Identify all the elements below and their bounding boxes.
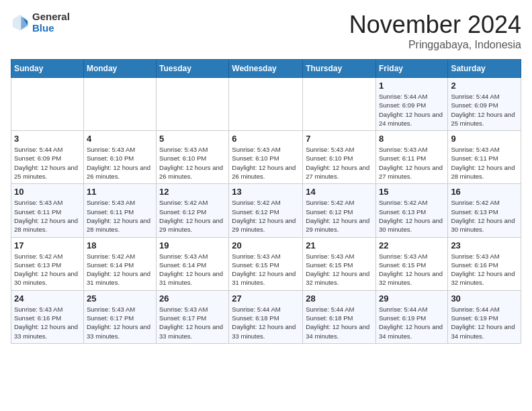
day-number: 24: [14, 293, 81, 304]
day-number: 25: [87, 293, 153, 304]
calendar-cell: 2Sunrise: 5:44 AM Sunset: 6:09 PM Daylig…: [448, 78, 521, 131]
day-number: 18: [87, 240, 153, 250]
day-header-monday: Monday: [83, 60, 156, 78]
day-number: 21: [306, 240, 373, 250]
day-number: 9: [451, 134, 518, 144]
calendar-cell: 16Sunrise: 5:42 AM Sunset: 6:13 PM Dayli…: [448, 184, 521, 237]
calendar-cell: 7Sunrise: 5:43 AM Sunset: 6:10 PM Daylig…: [303, 131, 376, 184]
logo-blue: Blue: [32, 22, 70, 34]
day-detail: Sunrise: 5:44 AM Sunset: 6:09 PM Dayligh…: [379, 92, 445, 128]
logo-text: General Blue: [32, 11, 70, 34]
day-number: 7: [306, 134, 373, 144]
day-number: 12: [159, 187, 226, 197]
location: Pringgabaya, Indonesia: [349, 39, 521, 51]
calendar-cell: 23Sunrise: 5:43 AM Sunset: 6:16 PM Dayli…: [448, 237, 521, 290]
calendar-cell: [157, 78, 229, 131]
day-number: 23: [451, 240, 518, 250]
day-number: 28: [306, 293, 373, 304]
calendar-cell: 1Sunrise: 5:44 AM Sunset: 6:09 PM Daylig…: [375, 78, 447, 131]
calendar-cell: 11Sunrise: 5:43 AM Sunset: 6:11 PM Dayli…: [83, 184, 156, 237]
calendar-cell: 9Sunrise: 5:43 AM Sunset: 6:11 PM Daylig…: [448, 131, 521, 184]
day-detail: Sunrise: 5:42 AM Sunset: 6:13 PM Dayligh…: [14, 252, 81, 287]
day-header-thursday: Thursday: [303, 60, 376, 78]
day-number: 11: [87, 187, 153, 197]
calendar-cell: 5Sunrise: 5:43 AM Sunset: 6:10 PM Daylig…: [157, 131, 229, 184]
day-header-friday: Friday: [375, 60, 447, 78]
day-number: 3: [14, 134, 81, 144]
day-number: 4: [87, 134, 153, 144]
day-detail: Sunrise: 5:44 AM Sunset: 6:09 PM Dayligh…: [451, 92, 518, 128]
calendar-cell: [303, 78, 376, 131]
day-number: 2: [451, 81, 518, 91]
calendar-cell: 30Sunrise: 5:44 AM Sunset: 6:19 PM Dayli…: [448, 290, 521, 343]
day-detail: Sunrise: 5:42 AM Sunset: 6:13 PM Dayligh…: [451, 198, 518, 234]
calendar-cell: 22Sunrise: 5:43 AM Sunset: 6:15 PM Dayli…: [375, 237, 447, 290]
calendar-cell: 3Sunrise: 5:44 AM Sunset: 6:09 PM Daylig…: [11, 131, 84, 184]
logo-general: General: [32, 11, 70, 22]
page-header: General Blue November 2024 Pringgabaya, …: [11, 11, 521, 51]
day-detail: Sunrise: 5:44 AM Sunset: 6:18 PM Dayligh…: [232, 305, 300, 340]
day-number: 16: [451, 187, 518, 197]
calendar-cell: 12Sunrise: 5:42 AM Sunset: 6:12 PM Dayli…: [157, 184, 229, 237]
day-detail: Sunrise: 5:44 AM Sunset: 6:19 PM Dayligh…: [379, 305, 445, 340]
week-row-3: 10Sunrise: 5:43 AM Sunset: 6:11 PM Dayli…: [11, 184, 521, 237]
day-number: 1: [379, 81, 445, 91]
logo: General Blue: [11, 11, 70, 34]
calendar-cell: 13Sunrise: 5:42 AM Sunset: 6:12 PM Dayli…: [229, 184, 303, 237]
day-detail: Sunrise: 5:43 AM Sunset: 6:15 PM Dayligh…: [379, 252, 445, 287]
day-detail: Sunrise: 5:43 AM Sunset: 6:11 PM Dayligh…: [87, 198, 153, 234]
day-number: 26: [159, 293, 226, 304]
day-detail: Sunrise: 5:42 AM Sunset: 6:14 PM Dayligh…: [87, 252, 153, 287]
calendar-cell: 20Sunrise: 5:43 AM Sunset: 6:15 PM Dayli…: [229, 237, 303, 290]
day-number: 5: [159, 134, 226, 144]
week-row-2: 3Sunrise: 5:44 AM Sunset: 6:09 PM Daylig…: [11, 131, 521, 184]
month-year: November 2024: [349, 11, 521, 39]
day-number: 6: [232, 134, 300, 144]
day-header-sunday: Sunday: [11, 60, 84, 78]
title-block: November 2024 Pringgabaya, Indonesia: [349, 11, 521, 51]
day-detail: Sunrise: 5:42 AM Sunset: 6:12 PM Dayligh…: [306, 198, 373, 234]
day-detail: Sunrise: 5:43 AM Sunset: 6:17 PM Dayligh…: [159, 305, 226, 340]
day-detail: Sunrise: 5:43 AM Sunset: 6:10 PM Dayligh…: [232, 145, 300, 181]
day-detail: Sunrise: 5:43 AM Sunset: 6:10 PM Dayligh…: [306, 145, 373, 181]
calendar-cell: 25Sunrise: 5:43 AM Sunset: 6:17 PM Dayli…: [83, 290, 156, 343]
day-detail: Sunrise: 5:42 AM Sunset: 6:12 PM Dayligh…: [159, 198, 226, 234]
day-detail: Sunrise: 5:42 AM Sunset: 6:12 PM Dayligh…: [232, 198, 300, 234]
day-detail: Sunrise: 5:44 AM Sunset: 6:09 PM Dayligh…: [14, 145, 81, 181]
day-number: 15: [379, 187, 445, 197]
day-number: 27: [232, 293, 300, 304]
calendar-cell: 6Sunrise: 5:43 AM Sunset: 6:10 PM Daylig…: [229, 131, 303, 184]
day-detail: Sunrise: 5:43 AM Sunset: 6:15 PM Dayligh…: [306, 252, 373, 287]
calendar-cell: 4Sunrise: 5:43 AM Sunset: 6:10 PM Daylig…: [83, 131, 156, 184]
day-detail: Sunrise: 5:43 AM Sunset: 6:10 PM Dayligh…: [87, 145, 153, 181]
day-number: 17: [14, 240, 81, 250]
calendar-cell: 21Sunrise: 5:43 AM Sunset: 6:15 PM Dayli…: [303, 237, 376, 290]
logo-icon: [11, 13, 30, 32]
day-detail: Sunrise: 5:42 AM Sunset: 6:13 PM Dayligh…: [379, 198, 445, 234]
calendar-cell: 14Sunrise: 5:42 AM Sunset: 6:12 PM Dayli…: [303, 184, 376, 237]
calendar-cell: 8Sunrise: 5:43 AM Sunset: 6:11 PM Daylig…: [375, 131, 447, 184]
day-detail: Sunrise: 5:43 AM Sunset: 6:11 PM Dayligh…: [451, 145, 518, 181]
day-header-tuesday: Tuesday: [157, 60, 229, 78]
week-row-5: 24Sunrise: 5:43 AM Sunset: 6:16 PM Dayli…: [11, 290, 521, 343]
day-detail: Sunrise: 5:43 AM Sunset: 6:14 PM Dayligh…: [159, 252, 226, 287]
day-number: 14: [306, 187, 373, 197]
calendar-cell: 28Sunrise: 5:44 AM Sunset: 6:18 PM Dayli…: [303, 290, 376, 343]
day-number: 10: [14, 187, 81, 197]
day-detail: Sunrise: 5:43 AM Sunset: 6:10 PM Dayligh…: [159, 145, 226, 181]
calendar-cell: 24Sunrise: 5:43 AM Sunset: 6:16 PM Dayli…: [11, 290, 84, 343]
day-number: 29: [379, 293, 445, 304]
day-detail: Sunrise: 5:43 AM Sunset: 6:15 PM Dayligh…: [232, 252, 300, 287]
day-number: 19: [159, 240, 226, 250]
calendar-cell: 26Sunrise: 5:43 AM Sunset: 6:17 PM Dayli…: [157, 290, 229, 343]
day-detail: Sunrise: 5:43 AM Sunset: 6:17 PM Dayligh…: [87, 305, 153, 340]
day-number: 20: [232, 240, 300, 250]
calendar-cell: 27Sunrise: 5:44 AM Sunset: 6:18 PM Dayli…: [229, 290, 303, 343]
day-detail: Sunrise: 5:43 AM Sunset: 6:11 PM Dayligh…: [14, 198, 81, 234]
day-header-saturday: Saturday: [448, 60, 521, 78]
calendar-cell: 29Sunrise: 5:44 AM Sunset: 6:19 PM Dayli…: [375, 290, 447, 343]
calendar-cell: [229, 78, 303, 131]
day-detail: Sunrise: 5:44 AM Sunset: 6:19 PM Dayligh…: [451, 305, 518, 340]
calendar-cell: 10Sunrise: 5:43 AM Sunset: 6:11 PM Dayli…: [11, 184, 84, 237]
day-detail: Sunrise: 5:43 AM Sunset: 6:16 PM Dayligh…: [451, 252, 518, 287]
